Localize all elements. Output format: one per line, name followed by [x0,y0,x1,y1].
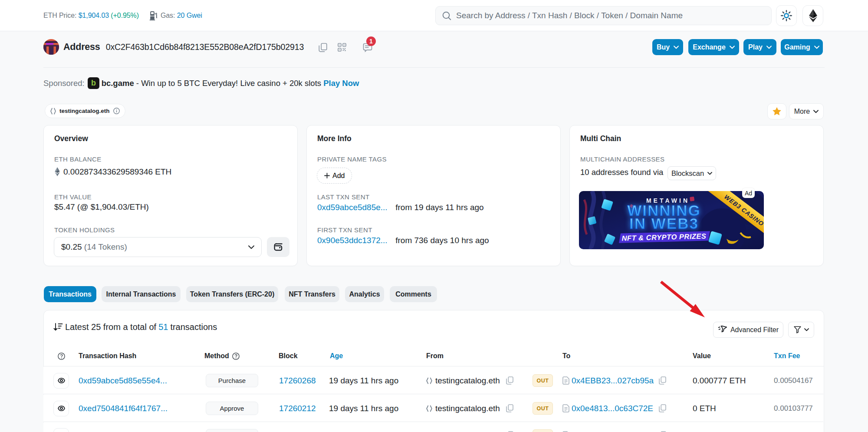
page-title: Address [63,42,100,53]
copy-to-icon[interactable] [659,395,666,422]
tab-nft-transfers[interactable]: NFT Transfers [285,286,339,302]
col-txn-fee[interactable]: Txn Fee [774,346,800,366]
direction-cell: OUT [533,367,553,394]
summary-count[interactable]: 51 [158,322,168,332]
ens-name-tag[interactable]: testingcatalog.eth [45,104,125,118]
col-to-label: To [562,352,570,360]
block-number: 17260268 [279,376,316,386]
more-label: More [794,108,810,115]
block-link[interactable]: 17260212 [279,395,316,422]
multichain-addresses-label: MULTICHAIN ADDRESSES [580,155,664,163]
svg-text:b: b [91,79,96,87]
age-cell: 19 days 11 hrs ago [329,367,398,394]
tab-internal-label: Internal Transactions [106,290,176,298]
search-bar[interactable] [435,6,772,25]
network-button[interactable] [802,5,823,26]
eye-button[interactable] [53,401,69,416]
block-link[interactable]: 17260268 [279,367,316,394]
copy-to-icon[interactable] [659,367,666,394]
top-bar: ETH Price: $1,904.03 (+0.95%) Gas: 20 Gw… [0,0,868,31]
tx-hash-text: 0xed7504841f64f1767... [79,404,168,413]
tab-comments[interactable]: Comments [390,286,437,302]
search-icon [442,11,452,21]
token-holdings-label: TOKEN HOLDINGS [54,226,115,234]
tab-nft-label: NFT Transfers [289,290,335,298]
col-value-label: Value [693,352,711,360]
from-cell[interactable]: testingcatalog.eth [426,367,500,394]
direction-badge: OUT [533,402,553,415]
block-number: 17260212 [279,404,316,413]
method-badge[interactable]: Approve [206,402,258,415]
tx-hash-link[interactable]: 0xd59abce5d85e55e4... [79,367,167,394]
search-input[interactable] [456,11,760,20]
col-to: To [562,346,570,366]
age-text: 19 days 11 hrs ago [329,404,398,413]
value-text: 0.000777 ETH [693,376,746,386]
advanced-filter-button[interactable]: Advanced Filter [713,322,783,338]
ethereum-icon [809,9,818,23]
favorite-star-button[interactable] [767,103,786,119]
tx-hash-link[interactable]: 0xed7504841f64f1767... [79,395,168,422]
etherscan-address-page: ETH Price: $1,904.03 (+0.95%) Gas: 20 Gw… [0,0,868,432]
from-cell[interactable]: testingcatalog.eth [426,395,500,422]
first-txn-hash-link[interactable]: 0x90e53ddc1372... [317,236,388,245]
method-badge[interactable] [206,429,258,432]
method-badge[interactable]: Purchase [206,374,258,387]
to-address-link[interactable]: 0x4EBB23...027cb95a [572,367,654,394]
exchange-button[interactable]: Exchange [688,39,739,55]
theme-toggle-button[interactable] [776,5,797,26]
more-dropdown-button[interactable]: More [789,103,824,119]
direction-badge: OUT [533,429,553,432]
col-from-label: From [426,352,444,360]
tab-internal-transactions[interactable]: Internal Transactions [102,286,181,302]
eth-value-rate: (@ $1,904.03/ETH) [77,202,149,211]
qr-code-icon[interactable] [338,43,346,53]
method-help-icon[interactable] [232,353,240,360]
last-txn-hash-link[interactable]: 0xd59abce5d85e... [317,203,388,212]
buy-button[interactable]: Buy [652,39,683,55]
age-cell: 19 days 11 hrs ago [329,395,398,422]
eye-column-help-icon[interactable] [58,346,65,366]
eye-button[interactable] [53,373,69,389]
gas-value[interactable]: 20 Gwei [177,12,202,20]
sponsored-text: - Win up to 5 BTC Everyday! Live casino … [136,79,321,88]
sponsored-cta[interactable]: Play Now [323,79,359,88]
play-button[interactable]: Play [743,39,776,55]
sponsored-label: Sponsored: [43,79,85,88]
eth-price-value[interactable]: $1,904.03 [79,12,109,20]
private-name-tags-label: PRIVATE NAME TAGS [317,155,387,163]
token-holdings-select[interactable]: $0.25 (14 Tokens) [54,237,262,257]
metawin-ad-banner[interactable]: METAWIN WINNING IN WEB3 NFT & CRYPTO PRI… [579,191,764,249]
from-name[interactable]: testingcatalog.eth [435,376,500,386]
tab-token-transfers[interactable]: Token Transfers (ERC-20) [186,286,278,302]
copy-from-icon[interactable] [506,422,513,432]
wallet-button[interactable] [267,237,289,257]
blockscan-select[interactable]: Blockscan [667,166,716,180]
eye-cell [53,367,69,394]
tab-transactions[interactable]: Transactions [44,286,96,302]
col-age[interactable]: Age [330,346,343,366]
tab-analytics[interactable]: Analytics [345,286,384,302]
filter-dropdown-button[interactable] [788,322,814,338]
to-address-link[interactable]: 0x0e4813...0c63C72E [572,395,653,422]
eth-price-change: (+0.95%) [111,12,139,20]
sponsored-brand[interactable]: bc.game [102,79,134,88]
value-text: 0 ETH [693,404,716,413]
star-icon [772,107,782,116]
last-txn-label: LAST TXN SENT [317,193,370,201]
from-name[interactable]: testingcatalog.eth [435,404,500,413]
method-label: Purchase [218,377,246,384]
copy-to-icon[interactable] [659,422,666,432]
gaming-button[interactable]: Gaming [781,39,823,55]
col-value: Value [693,346,711,366]
eye-button[interactable] [53,428,69,432]
copy-address-icon[interactable] [319,43,327,54]
blockscan-label: Blockscan [671,169,704,178]
copy-from-icon[interactable] [506,367,513,394]
add-private-tag-button[interactable]: Add [317,168,352,184]
value-cell: 0 ETH [693,395,716,422]
copy-from-icon[interactable] [506,395,513,422]
ens-name: testingcatalog.eth [59,108,110,114]
holdings-count: (14 Tokens) [84,242,127,252]
to-address-text: 0x0e4813...0c63C72E [572,404,653,413]
